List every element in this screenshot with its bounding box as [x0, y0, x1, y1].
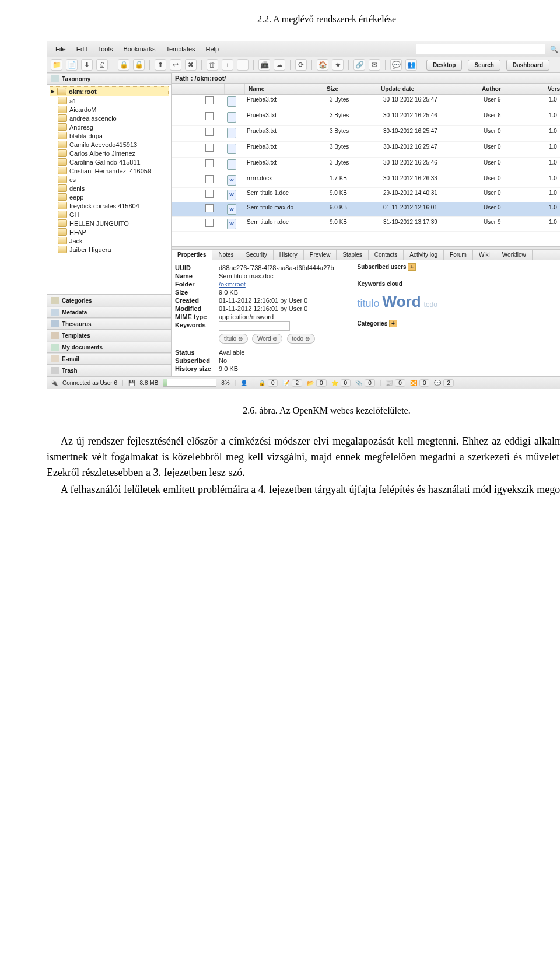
tree-node[interactable]: Carlos Alberto Jimenez — [50, 149, 169, 158]
lock-icon[interactable]: 🔒 — [118, 59, 130, 71]
tab-contacts[interactable]: Contacts — [369, 250, 404, 260]
menu-edit[interactable]: Edit — [72, 44, 92, 54]
table-row[interactable]: Prueba3.txt3 Bytes30-10-2012 16:25:47Use… — [172, 95, 560, 110]
delete-icon[interactable]: 🗑 — [206, 59, 218, 71]
tab-staples[interactable]: Staples — [337, 250, 368, 260]
tree-node[interactable]: Cristian_Hernandez_416059 — [50, 166, 169, 175]
print-icon[interactable]: 🖨 — [96, 59, 108, 71]
tab-wiki[interactable]: Wiki — [473, 250, 496, 260]
tab-history[interactable]: History — [274, 250, 304, 260]
tab-preview[interactable]: Preview — [304, 250, 337, 260]
mail-icon[interactable]: ✉ — [369, 59, 380, 71]
users-icon[interactable]: 👥 — [405, 59, 417, 71]
search-input[interactable] — [416, 44, 545, 54]
tree-node[interactable]: Jack — [50, 236, 169, 245]
remove-property-icon[interactable]: － — [237, 59, 249, 71]
table-row[interactable]: Wrrrrrr.docx1.7 KB30-10-2012 16:26:33Use… — [172, 173, 560, 188]
category-add-icon[interactable]: + — [389, 320, 397, 327]
menu-templates[interactable]: Templates — [161, 44, 200, 54]
scan-icon[interactable]: 📠 — [258, 59, 270, 71]
table-row[interactable]: Prueba3.txt3 Bytes30-10-2012 16:25:47Use… — [172, 126, 560, 142]
panel-templates[interactable]: Templates — [47, 330, 171, 341]
prop-folder[interactable]: /okm:root — [219, 281, 246, 288]
row-checkbox[interactable] — [205, 144, 214, 152]
home-icon[interactable]: 🏠 — [317, 59, 328, 71]
checkout-icon[interactable]: ↩ — [170, 59, 181, 71]
tree-node[interactable]: HFAP — [50, 228, 169, 236]
new-doc-icon[interactable]: 📄 — [66, 59, 78, 71]
search-icon[interactable]: 🔍 — [550, 46, 558, 53]
share-icon[interactable]: 🔗 — [354, 59, 365, 71]
taxonomy-tree[interactable]: ▸okm:root a1AicardoMandrea ascencioAndre… — [47, 85, 171, 295]
tab-security[interactable]: Security — [240, 250, 274, 260]
row-checkbox[interactable] — [205, 190, 214, 198]
panel-metadata[interactable]: Metadata — [47, 306, 171, 318]
tab-properties[interactable]: Properties — [172, 250, 212, 260]
table-row[interactable]: WSem titulo max.do9.0 KB01-11-2012 12:16… — [172, 202, 560, 217]
menu-bookmarks[interactable]: Bookmarks — [118, 44, 160, 54]
chip-titulo[interactable]: titulo ⊖ — [219, 334, 248, 344]
row-checkbox[interactable] — [205, 175, 214, 183]
row-checkbox[interactable] — [205, 96, 214, 104]
col-author[interactable]: Author — [478, 84, 544, 94]
tree-node[interactable]: denis — [50, 184, 169, 193]
row-checkbox[interactable] — [205, 219, 214, 227]
row-checkbox[interactable] — [205, 112, 214, 120]
tree-node[interactable]: Carolina Galindo 415811 — [50, 158, 169, 166]
tree-node[interactable]: a1 — [50, 96, 169, 105]
menu-tools[interactable]: Tools — [93, 44, 118, 54]
tab-workflow[interactable]: Workflow — [496, 250, 533, 260]
tab-forum[interactable]: Forum — [444, 250, 473, 260]
table-row[interactable]: WSem titulo n.doc9.0 KB31-10-2012 13:17:… — [172, 217, 560, 232]
panel-taxonomy[interactable]: Taxonomy — [47, 73, 171, 85]
panel-trash[interactable]: Trash — [47, 365, 171, 376]
panel-email[interactable]: E-mail — [47, 353, 171, 365]
tree-node[interactable]: blabla dupa — [50, 131, 169, 140]
tree-node[interactable]: freydick corrales 415804 — [50, 201, 169, 210]
row-checkbox[interactable] — [205, 159, 214, 167]
panel-thesaurus[interactable]: Thesaurus — [47, 318, 171, 330]
tree-node[interactable]: Camilo Acevedo415913 — [50, 140, 169, 149]
row-checkbox[interactable] — [205, 128, 214, 136]
subscribe-icon[interactable]: + — [408, 263, 416, 271]
table-row[interactable]: Prueba3.txt3 Bytes30-10-2012 16:25:46Use… — [172, 158, 560, 173]
add-property-icon[interactable]: ＋ — [222, 59, 233, 71]
menu-help[interactable]: Help — [201, 44, 224, 54]
tab-activity-log[interactable]: Activity log — [404, 250, 444, 260]
chat-icon[interactable]: 💬 — [390, 59, 402, 71]
chip-word[interactable]: Word ⊖ — [252, 334, 283, 344]
table-row[interactable]: Prueba3.txt3 Bytes30-10-2012 16:25:46Use… — [172, 110, 560, 126]
col-version[interactable]: Version — [544, 84, 560, 94]
col-date[interactable]: Update date — [377, 84, 478, 94]
tab-dashboard[interactable]: Dashboard — [506, 60, 550, 71]
tree-node[interactable]: eepp — [50, 193, 169, 201]
panel-categories[interactable]: Categories — [47, 295, 171, 306]
download-icon[interactable]: ⬇ — [81, 59, 93, 71]
table-row[interactable]: WSem titulo 1.doc9.0 KB29-10-2012 14:40:… — [172, 188, 560, 202]
col-size[interactable]: Size — [323, 84, 377, 94]
col-name[interactable]: Name — [245, 84, 323, 94]
row-checkbox[interactable] — [205, 204, 214, 212]
tree-node[interactable]: Andresg — [50, 123, 169, 131]
tab-desktop[interactable]: Desktop — [426, 60, 462, 71]
tree-node[interactable]: GH — [50, 210, 169, 219]
cancel-checkout-icon[interactable]: ✖ — [185, 59, 197, 71]
table-row[interactable]: Prueba3.txt3 Bytes30-10-2012 16:25:47Use… — [172, 142, 560, 158]
tree-node[interactable]: AicardoM — [50, 105, 169, 114]
chip-todo[interactable]: todo ⊖ — [287, 334, 315, 344]
tree-node[interactable]: cs — [50, 175, 169, 184]
checkin-icon[interactable]: ⬆ — [155, 59, 166, 71]
unlock-icon[interactable]: 🔓 — [133, 59, 145, 71]
tab-notes[interactable]: Notes — [212, 250, 240, 260]
tree-node[interactable]: HELLEN JUNGUITO — [50, 219, 169, 228]
refresh-icon[interactable]: ⟳ — [295, 59, 307, 71]
tree-node[interactable]: Jaiber Higuera — [50, 245, 169, 254]
bookmark-icon[interactable]: ★ — [332, 59, 344, 71]
tab-search[interactable]: Search — [468, 60, 500, 71]
tree-root[interactable]: ▸okm:root — [50, 86, 169, 96]
upload-icon[interactable]: ☁ — [274, 59, 285, 71]
panel-mydocs[interactable]: My documents — [47, 341, 171, 353]
menu-file[interactable]: File — [51, 44, 71, 54]
tree-node[interactable]: andrea ascencio — [50, 114, 169, 123]
prop-keywords-input[interactable] — [219, 321, 290, 331]
